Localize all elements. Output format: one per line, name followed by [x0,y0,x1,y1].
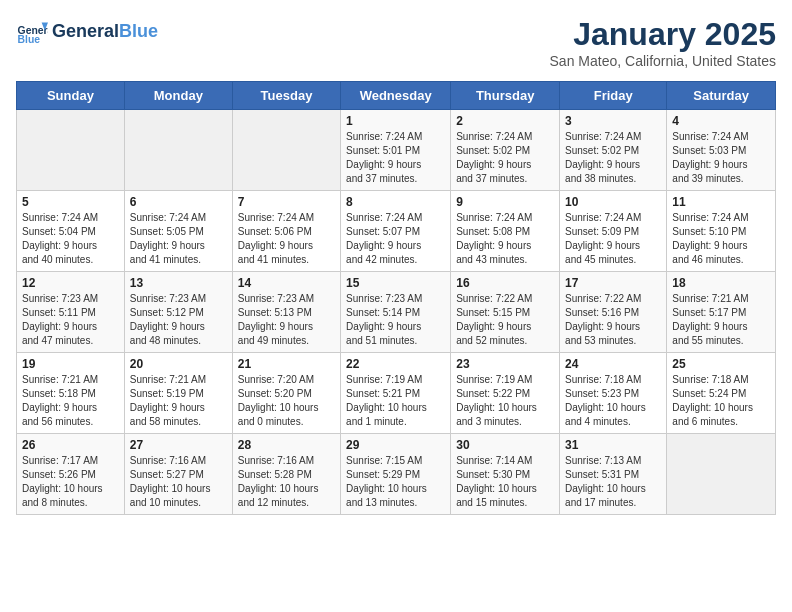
day-info: Sunrise: 7:21 AM Sunset: 5:19 PM Dayligh… [130,373,227,429]
dow-header-saturday: Saturday [667,82,776,110]
day-info: Sunrise: 7:15 AM Sunset: 5:29 PM Dayligh… [346,454,445,510]
day-number: 23 [456,357,554,371]
calendar-cell: 6Sunrise: 7:24 AM Sunset: 5:05 PM Daylig… [124,191,232,272]
day-number: 9 [456,195,554,209]
day-info: Sunrise: 7:22 AM Sunset: 5:15 PM Dayligh… [456,292,554,348]
dow-header-sunday: Sunday [17,82,125,110]
day-info: Sunrise: 7:17 AM Sunset: 5:26 PM Dayligh… [22,454,119,510]
day-number: 25 [672,357,770,371]
day-info: Sunrise: 7:24 AM Sunset: 5:05 PM Dayligh… [130,211,227,267]
svg-text:Blue: Blue [18,34,41,45]
day-info: Sunrise: 7:24 AM Sunset: 5:10 PM Dayligh… [672,211,770,267]
day-number: 18 [672,276,770,290]
day-info: Sunrise: 7:24 AM Sunset: 5:04 PM Dayligh… [22,211,119,267]
day-number: 2 [456,114,554,128]
calendar-cell: 15Sunrise: 7:23 AM Sunset: 5:14 PM Dayli… [341,272,451,353]
day-number: 24 [565,357,661,371]
day-info: Sunrise: 7:19 AM Sunset: 5:21 PM Dayligh… [346,373,445,429]
calendar-cell: 17Sunrise: 7:22 AM Sunset: 5:16 PM Dayli… [560,272,667,353]
day-number: 19 [22,357,119,371]
day-number: 3 [565,114,661,128]
day-number: 26 [22,438,119,452]
logo-icon: General Blue [16,16,48,48]
calendar-cell: 3Sunrise: 7:24 AM Sunset: 5:02 PM Daylig… [560,110,667,191]
day-number: 13 [130,276,227,290]
day-number: 15 [346,276,445,290]
calendar-title: January 2025 [550,16,776,53]
day-number: 20 [130,357,227,371]
day-info: Sunrise: 7:24 AM Sunset: 5:02 PM Dayligh… [456,130,554,186]
calendar-cell [232,110,340,191]
day-number: 17 [565,276,661,290]
day-number: 21 [238,357,335,371]
calendar-cell: 21Sunrise: 7:20 AM Sunset: 5:20 PM Dayli… [232,353,340,434]
day-number: 30 [456,438,554,452]
day-number: 4 [672,114,770,128]
calendar-cell: 20Sunrise: 7:21 AM Sunset: 5:19 PM Dayli… [124,353,232,434]
logo: General Blue GeneralBlue [16,16,158,48]
day-info: Sunrise: 7:23 AM Sunset: 5:14 PM Dayligh… [346,292,445,348]
dow-header-wednesday: Wednesday [341,82,451,110]
day-number: 11 [672,195,770,209]
week-row-2: 5Sunrise: 7:24 AM Sunset: 5:04 PM Daylig… [17,191,776,272]
week-row-1: 1Sunrise: 7:24 AM Sunset: 5:01 PM Daylig… [17,110,776,191]
day-number: 28 [238,438,335,452]
day-info: Sunrise: 7:24 AM Sunset: 5:07 PM Dayligh… [346,211,445,267]
day-info: Sunrise: 7:24 AM Sunset: 5:03 PM Dayligh… [672,130,770,186]
day-number: 27 [130,438,227,452]
day-info: Sunrise: 7:23 AM Sunset: 5:12 PM Dayligh… [130,292,227,348]
calendar-cell: 23Sunrise: 7:19 AM Sunset: 5:22 PM Dayli… [451,353,560,434]
title-section: January 2025 San Mateo, California, Unit… [550,16,776,69]
calendar-cell: 24Sunrise: 7:18 AM Sunset: 5:23 PM Dayli… [560,353,667,434]
calendar-cell: 16Sunrise: 7:22 AM Sunset: 5:15 PM Dayli… [451,272,560,353]
calendar-table: SundayMondayTuesdayWednesdayThursdayFrid… [16,81,776,515]
calendar-cell: 5Sunrise: 7:24 AM Sunset: 5:04 PM Daylig… [17,191,125,272]
day-number: 6 [130,195,227,209]
calendar-subtitle: San Mateo, California, United States [550,53,776,69]
week-row-4: 19Sunrise: 7:21 AM Sunset: 5:18 PM Dayli… [17,353,776,434]
calendar-cell: 7Sunrise: 7:24 AM Sunset: 5:06 PM Daylig… [232,191,340,272]
week-row-3: 12Sunrise: 7:23 AM Sunset: 5:11 PM Dayli… [17,272,776,353]
days-of-week-row: SundayMondayTuesdayWednesdayThursdayFrid… [17,82,776,110]
calendar-cell: 1Sunrise: 7:24 AM Sunset: 5:01 PM Daylig… [341,110,451,191]
calendar-cell: 30Sunrise: 7:14 AM Sunset: 5:30 PM Dayli… [451,434,560,515]
day-info: Sunrise: 7:18 AM Sunset: 5:24 PM Dayligh… [672,373,770,429]
day-info: Sunrise: 7:20 AM Sunset: 5:20 PM Dayligh… [238,373,335,429]
day-info: Sunrise: 7:21 AM Sunset: 5:18 PM Dayligh… [22,373,119,429]
calendar-cell: 8Sunrise: 7:24 AM Sunset: 5:07 PM Daylig… [341,191,451,272]
calendar-cell: 29Sunrise: 7:15 AM Sunset: 5:29 PM Dayli… [341,434,451,515]
day-info: Sunrise: 7:24 AM Sunset: 5:09 PM Dayligh… [565,211,661,267]
day-number: 8 [346,195,445,209]
day-number: 1 [346,114,445,128]
calendar-cell: 10Sunrise: 7:24 AM Sunset: 5:09 PM Dayli… [560,191,667,272]
day-number: 10 [565,195,661,209]
dow-header-thursday: Thursday [451,82,560,110]
calendar-cell: 31Sunrise: 7:13 AM Sunset: 5:31 PM Dayli… [560,434,667,515]
logo-text: GeneralBlue [52,22,158,42]
day-number: 14 [238,276,335,290]
day-info: Sunrise: 7:13 AM Sunset: 5:31 PM Dayligh… [565,454,661,510]
calendar-cell: 28Sunrise: 7:16 AM Sunset: 5:28 PM Dayli… [232,434,340,515]
week-row-5: 26Sunrise: 7:17 AM Sunset: 5:26 PM Dayli… [17,434,776,515]
calendar-cell: 26Sunrise: 7:17 AM Sunset: 5:26 PM Dayli… [17,434,125,515]
dow-header-monday: Monday [124,82,232,110]
calendar-cell: 12Sunrise: 7:23 AM Sunset: 5:11 PM Dayli… [17,272,125,353]
day-info: Sunrise: 7:23 AM Sunset: 5:11 PM Dayligh… [22,292,119,348]
day-number: 12 [22,276,119,290]
calendar-cell [124,110,232,191]
calendar-cell [667,434,776,515]
day-number: 5 [22,195,119,209]
day-info: Sunrise: 7:18 AM Sunset: 5:23 PM Dayligh… [565,373,661,429]
day-info: Sunrise: 7:19 AM Sunset: 5:22 PM Dayligh… [456,373,554,429]
day-info: Sunrise: 7:16 AM Sunset: 5:28 PM Dayligh… [238,454,335,510]
day-info: Sunrise: 7:21 AM Sunset: 5:17 PM Dayligh… [672,292,770,348]
day-info: Sunrise: 7:24 AM Sunset: 5:01 PM Dayligh… [346,130,445,186]
calendar-cell: 4Sunrise: 7:24 AM Sunset: 5:03 PM Daylig… [667,110,776,191]
day-number: 16 [456,276,554,290]
header: General Blue GeneralBlue January 2025 Sa… [16,16,776,69]
day-info: Sunrise: 7:23 AM Sunset: 5:13 PM Dayligh… [238,292,335,348]
day-info: Sunrise: 7:24 AM Sunset: 5:02 PM Dayligh… [565,130,661,186]
day-number: 7 [238,195,335,209]
calendar-cell: 9Sunrise: 7:24 AM Sunset: 5:08 PM Daylig… [451,191,560,272]
calendar-cell: 14Sunrise: 7:23 AM Sunset: 5:13 PM Dayli… [232,272,340,353]
